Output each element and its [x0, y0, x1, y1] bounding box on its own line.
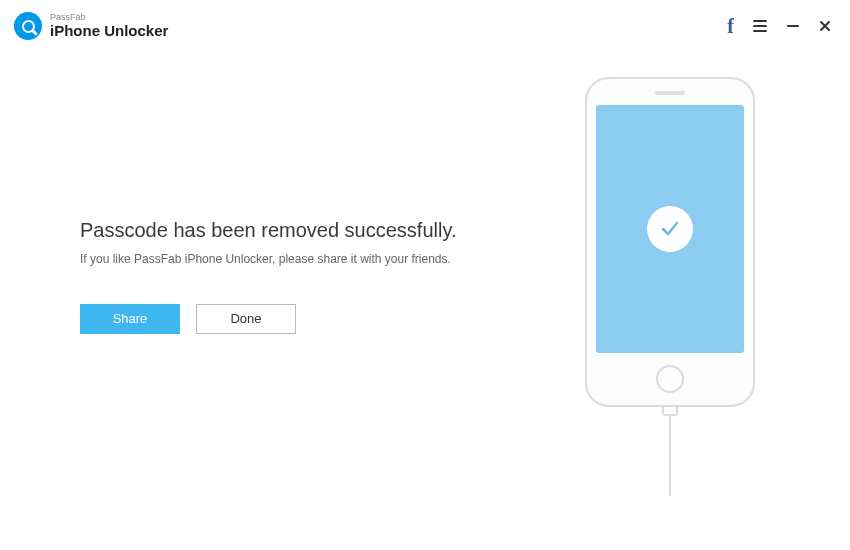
phone-speaker: [655, 91, 685, 95]
brand-text: PassFab iPhone Unlocker: [50, 13, 168, 39]
window-controls: f: [727, 15, 832, 38]
close-icon[interactable]: [818, 19, 832, 33]
phone-frame: [585, 77, 755, 407]
minimize-icon[interactable]: [786, 19, 800, 33]
brand: PassFab iPhone Unlocker: [14, 12, 168, 40]
done-button[interactable]: Done: [196, 304, 296, 334]
phone-illustration: [550, 77, 790, 496]
success-subtext: If you like PassFab iPhone Unlocker, ple…: [80, 252, 510, 266]
cable-connector: [662, 406, 678, 416]
logo-icon: [14, 12, 42, 40]
checkmark-icon: [647, 206, 693, 252]
facebook-icon[interactable]: f: [727, 15, 734, 38]
success-heading: Passcode has been removed successfully.: [80, 219, 510, 242]
share-button[interactable]: Share: [80, 304, 180, 334]
phone-screen: [596, 105, 744, 353]
main-content: Passcode has been removed successfully. …: [0, 52, 850, 550]
cable: [669, 416, 671, 496]
button-row: Share Done: [80, 304, 510, 334]
phone-home-button: [656, 365, 684, 393]
app-title: iPhone Unlocker: [50, 23, 168, 40]
menu-icon[interactable]: [752, 18, 768, 34]
titlebar: PassFab iPhone Unlocker f: [0, 0, 850, 52]
message-panel: Passcode has been removed successfully. …: [80, 219, 550, 334]
